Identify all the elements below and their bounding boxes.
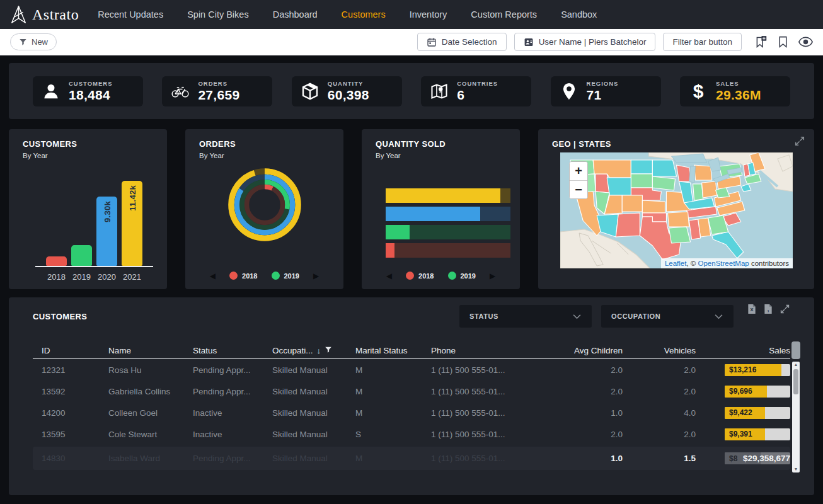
eye-icon[interactable] [798, 37, 813, 47]
column-header-id[interactable]: ID [33, 346, 108, 355]
customers-table: IDNameStatusOccupati...↓Marital StatusPh… [33, 343, 790, 470]
ghost-phone: 1 (11) 500 555-01... [431, 454, 532, 463]
legend-prev-arrow[interactable]: ◀ [210, 272, 216, 280]
cell-phone: 1 (11) 500 555-01... [431, 408, 532, 418]
scroll-up-arrow[interactable]: ▲ [794, 362, 798, 368]
expand-icon[interactable] [794, 135, 805, 147]
expand-icon[interactable] [780, 304, 790, 314]
brand-logo[interactable]: Astrato [10, 5, 79, 24]
export-csv-icon[interactable]: , [763, 304, 773, 314]
new-filter-button[interactable]: New [10, 33, 57, 50]
bar-value-label: 11.42k [127, 185, 137, 211]
column-filter-icon[interactable] [325, 346, 332, 355]
hbar-2020[interactable] [386, 207, 510, 221]
column-header-label: Marital Status [355, 346, 408, 355]
table-row-12321[interactable]: 12321Rosa HuPending Appr...Skilled Manua… [33, 359, 790, 381]
sort-descending-icon[interactable]: ↓ [317, 346, 321, 355]
ghost-name: Isabella Ward [108, 454, 193, 463]
scrollbar-thumb[interactable] [793, 369, 798, 394]
column-header-status[interactable]: Status [193, 346, 272, 355]
totals-sales-cell: $8 $29,358,677 [696, 452, 790, 464]
column-header-avg-children[interactable]: Avg Children [532, 346, 623, 355]
column-header-label: Sales [769, 346, 790, 355]
table-row-14200[interactable]: 14200Colleen GoelInactiveSkilled ManualM… [33, 402, 790, 423]
bar-2021[interactable]: 11.42k [122, 181, 142, 266]
scrollbar-track[interactable]: ▲ ▼ [792, 362, 800, 472]
column-header-marital-status[interactable]: Marital Status [355, 346, 431, 355]
nav-item-spin-city-bikes[interactable]: Spin City Bikes [187, 9, 249, 20]
legend-next-arrow[interactable]: ▶ [490, 272, 495, 280]
customers-bar-chart-card: CUSTOMERS By Year 9.30k11.42k 2018201920… [9, 129, 167, 289]
column-header-label: ID [42, 346, 50, 355]
table-header-row: IDNameStatusOccupati...↓Marital StatusPh… [33, 343, 790, 359]
filter-bar-label: Filter bar button [672, 37, 732, 47]
kpi-card-quantity: QUANTITY60,398 [292, 76, 402, 106]
nav-item-customers[interactable]: Customers [342, 9, 386, 20]
orders-donut-chart-card: ORDERS By Year ◀20182019▶ [185, 129, 343, 289]
date-selection-button[interactable]: Date Selection [417, 33, 507, 51]
column-header-occupati[interactable]: Occupati...↓ [272, 346, 355, 355]
astrato-logo-icon [10, 5, 27, 24]
column-header-sales[interactable]: Sales [696, 346, 790, 355]
bar-2018[interactable] [46, 256, 67, 266]
legend-item-2018[interactable]: 2018 [406, 272, 434, 280]
zoom-out-button[interactable]: − [570, 180, 587, 198]
attribution-suffix: contributors [749, 260, 789, 267]
legend-next-arrow[interactable]: ▶ [313, 272, 319, 280]
table-scrollbar[interactable]: ▲ ▼ [791, 341, 800, 472]
kpi-text: SALES29.36M [716, 80, 761, 103]
status-dropdown[interactable]: STATUS [459, 305, 592, 328]
filter-toolbar: New Date Selection User Name | Piers Bat… [0, 29, 823, 55]
user-name-button[interactable]: User Name | Piers Batchelor [514, 33, 656, 51]
nav-item-recent-updates[interactable]: Recent Updates [98, 9, 163, 20]
table-row-13595[interactable]: 13595Cole StewartInactiveSkilled ManualS… [33, 423, 790, 445]
nav-items: Recent UpdatesSpin City BikesDashboardCu… [98, 9, 597, 20]
legend-prev-arrow[interactable]: ◀ [386, 272, 392, 280]
nav-item-custom-reports[interactable]: Custom Reports [471, 9, 537, 20]
ghost-occupation: Skilled Manual [272, 454, 355, 463]
sales-amount: $9,422 [729, 408, 752, 417]
cell-status: Pending Appr... [193, 365, 272, 375]
kpi-value: 18,484 [69, 88, 113, 103]
dashboard-main: CUSTOMERS18,484ORDERS27,659QUANTITY60,39… [0, 55, 823, 495]
column-header-phone[interactable]: Phone [431, 346, 532, 355]
leaflet-map[interactable]: + − Leaflet, © OpenStreetMap contributor… [560, 152, 793, 268]
orders-donut-chart[interactable] [226, 166, 304, 244]
nav-item-sandbox[interactable]: Sandbox [561, 9, 597, 20]
kpi-label: SALES [716, 80, 761, 87]
us-states-map[interactable] [560, 152, 793, 268]
legend-item-2019[interactable]: 2019 [448, 272, 476, 280]
table-row-13592[interactable]: 13592Gabriella CollinsPending Appr...Ski… [33, 381, 790, 402]
toolbar-icons [754, 35, 813, 49]
column-header-vehicles[interactable]: Vehicles [623, 346, 696, 355]
hbar-2019[interactable] [386, 225, 510, 239]
sales-bar: $13,216 [725, 364, 790, 376]
legend-item-2019[interactable]: 2019 [272, 272, 299, 280]
bar-2019[interactable] [71, 245, 92, 266]
table-header-controls: CUSTOMERS STATUS OCCUPATION X , [33, 305, 790, 328]
toolbar-right: Date Selection User Name | Piers Batchel… [417, 33, 813, 51]
chart-subtitle: By Year [185, 152, 343, 159]
bookmark-icon[interactable] [777, 35, 789, 49]
zoom-in-button[interactable]: + [570, 162, 587, 180]
cell-sales: $9,422 [696, 407, 790, 419]
nav-item-dashboard[interactable]: Dashboard [273, 9, 318, 20]
nav-item-inventory[interactable]: Inventory [410, 9, 447, 20]
filter-bar-button[interactable]: Filter bar button [663, 33, 742, 51]
scroll-down-arrow[interactable]: ▼ [794, 466, 798, 472]
cell-phone: 1 (11) 500 555-01... [431, 430, 532, 439]
hbar-2021[interactable] [386, 188, 510, 203]
kpi-card-regions: REGIONS71 [551, 76, 661, 106]
leaflet-link[interactable]: Leaflet [665, 260, 687, 267]
legend-item-2018[interactable]: 2018 [229, 272, 257, 280]
bookmark-add-icon[interactable] [754, 35, 768, 49]
customers-table-panel: CUSTOMERS STATUS OCCUPATION X , [9, 297, 814, 495]
kpi-value: 60,398 [328, 88, 369, 103]
openstreetmap-link[interactable]: OpenStreetMap [698, 260, 749, 267]
hbar-2018[interactable] [386, 243, 510, 258]
export-excel-icon[interactable]: X [747, 304, 757, 314]
column-header-name[interactable]: Name [108, 346, 193, 355]
occupation-dropdown[interactable]: OCCUPATION [601, 305, 734, 328]
bar-2020[interactable]: 9.30k [96, 197, 117, 266]
chart-subtitle: By Year [9, 152, 167, 159]
